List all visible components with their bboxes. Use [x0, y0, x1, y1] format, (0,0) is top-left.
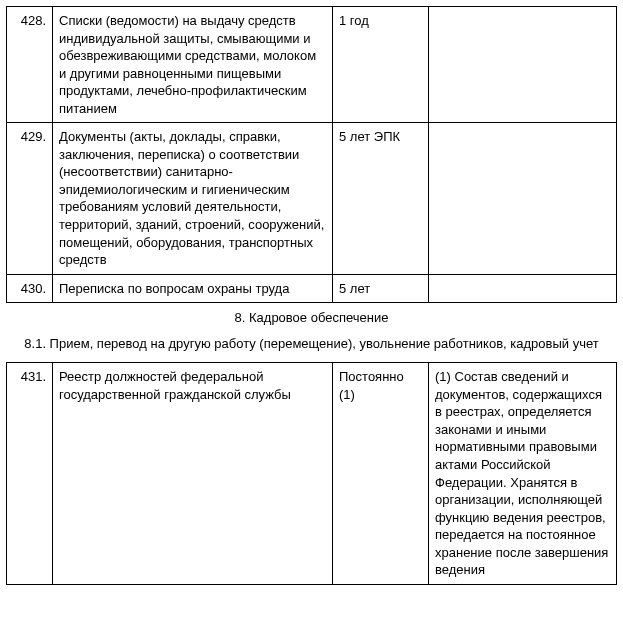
row-term: 5 лет ЭПК: [333, 123, 429, 274]
section-header: 8. Кадровое обеспечение: [7, 303, 617, 333]
row-description: Реестр должностей федеральной государств…: [53, 363, 333, 585]
subsection-header: 8.1. Прием, перевод на другую работу (пе…: [7, 333, 617, 363]
table-row: 429. Документы (акты, доклады, справки, …: [7, 123, 617, 274]
table-row: 431. Реестр должностей федеральной госуд…: [7, 363, 617, 585]
section-header-row: 8. Кадровое обеспечение: [7, 303, 617, 333]
table-row: 428. Списки (ведомости) на выдачу средст…: [7, 7, 617, 123]
row-number: 428.: [7, 7, 53, 123]
row-note: (1) Состав сведений и документов, содерж…: [429, 363, 617, 585]
row-note: [429, 274, 617, 303]
row-number: 431.: [7, 363, 53, 585]
retention-table: 428. Списки (ведомости) на выдачу средст…: [6, 6, 617, 585]
table-row: 430. Переписка по вопросам охраны труда …: [7, 274, 617, 303]
row-number: 430.: [7, 274, 53, 303]
row-term: 5 лет: [333, 274, 429, 303]
row-note: [429, 7, 617, 123]
row-term: Постоянно (1): [333, 363, 429, 585]
row-description: Документы (акты, доклады, справки, заклю…: [53, 123, 333, 274]
row-note: [429, 123, 617, 274]
subsection-header-row: 8.1. Прием, перевод на другую работу (пе…: [7, 333, 617, 363]
row-description: Переписка по вопросам охраны труда: [53, 274, 333, 303]
row-description: Списки (ведомости) на выдачу средств инд…: [53, 7, 333, 123]
row-number: 429.: [7, 123, 53, 274]
row-term: 1 год: [333, 7, 429, 123]
